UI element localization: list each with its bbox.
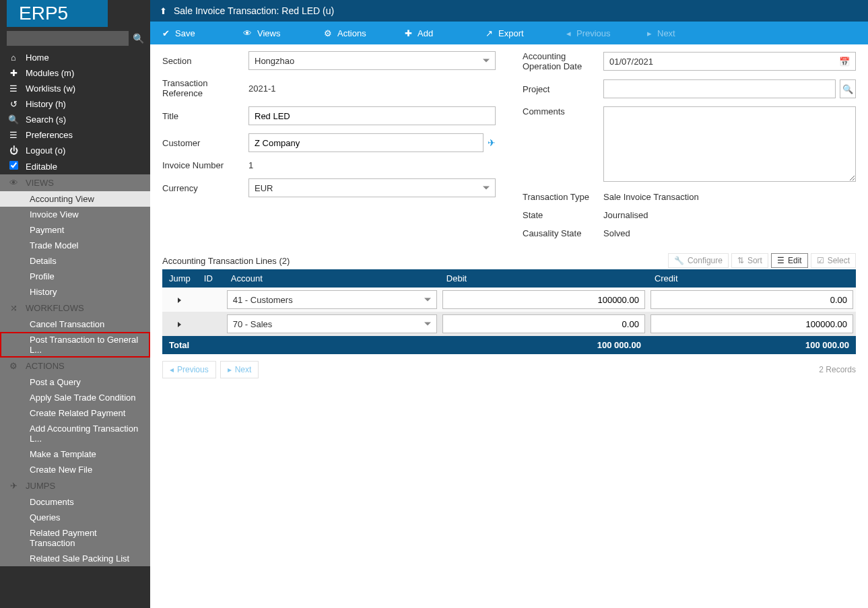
- action-create-file[interactable]: Create New File: [0, 462, 150, 477]
- edit-button[interactable]: ☰Edit: [771, 253, 808, 268]
- nav-home[interactable]: ⌂Home: [0, 50, 150, 65]
- debit-input[interactable]: [442, 290, 645, 309]
- currency-select[interactable]: EUR: [248, 178, 496, 197]
- logo: ERP5: [7, 0, 108, 27]
- total-label: Total: [162, 336, 440, 354]
- up-icon[interactable]: ⬆: [160, 6, 167, 16]
- sidebar: ERP5 🔍 ⌂Home ✚Modules (m) ☰Worklists (w)…: [0, 0, 150, 608]
- nav-editable[interactable]: Editable: [0, 158, 150, 174]
- nav-modules-label: Modules (m): [26, 68, 74, 78]
- account-select[interactable]: 70 - Sales: [227, 314, 437, 333]
- account-select[interactable]: 41 - Customers: [227, 290, 437, 309]
- action-create-payment[interactable]: Create Related Payment: [0, 405, 150, 421]
- col-credit: Credit: [648, 269, 856, 288]
- nav-worklists-label: Worklists (w): [26, 83, 75, 94]
- credit-input[interactable]: [650, 290, 853, 309]
- view-history[interactable]: History: [0, 284, 150, 300]
- view-details[interactable]: Details: [0, 253, 150, 269]
- txref-value: 2021-1: [248, 83, 275, 94]
- toolbar: ✔Save 👁Views ⚙Actions ✚Add ↗Export ◂Prev…: [150, 22, 868, 44]
- col-id: ID: [197, 269, 224, 288]
- table-row: 70 - Sales: [162, 312, 856, 336]
- nav-worklists[interactable]: ☰Worklists (w): [0, 81, 150, 96]
- actions-button[interactable]: ⚙Actions: [312, 22, 393, 44]
- check-icon: ☑: [817, 256, 824, 265]
- cogs-icon: ⚙: [324, 28, 332, 38]
- editable-checkbox[interactable]: [9, 161, 18, 170]
- total-row: Total 100 000.00 100 000.00: [162, 336, 856, 354]
- search-button[interactable]: 🔍: [133, 33, 144, 44]
- puzzle-icon: ✚: [8, 68, 19, 78]
- search-input[interactable]: [7, 31, 129, 46]
- project-input[interactable]: [603, 79, 836, 98]
- comments-label: Comments: [523, 106, 603, 116]
- eye-icon: 👁: [8, 178, 19, 188]
- chevron-left-icon: ◂: [566, 28, 571, 38]
- jump-queries[interactable]: Queries: [0, 510, 150, 525]
- credit-input[interactable]: [650, 314, 853, 333]
- list-icon: ☰: [777, 256, 784, 265]
- jump-related-payment[interactable]: Related Payment Transaction: [0, 525, 150, 551]
- export-icon: ↗: [486, 28, 493, 38]
- nav-logout[interactable]: ⏻Logout (o): [0, 143, 150, 158]
- eye-icon: 👁: [243, 28, 252, 38]
- views-button[interactable]: 👁Views: [231, 22, 312, 44]
- transaction-lines-table: Jump ID Account Debit Credit 41 - Custom…: [162, 269, 856, 354]
- table-row: 41 - Customers: [162, 288, 856, 312]
- nav-search[interactable]: 🔍Search (s): [0, 112, 150, 127]
- row-jump-icon[interactable]: [178, 322, 181, 327]
- project-search-button[interactable]: 🔍: [840, 79, 856, 98]
- customer-label: Customer: [162, 138, 248, 148]
- opdate-input[interactable]: 01/07/2021📅: [603, 52, 856, 71]
- view-payment[interactable]: Payment: [0, 222, 150, 238]
- comments-input[interactable]: [603, 106, 856, 182]
- shuffle-icon: ⤮: [8, 303, 19, 313]
- export-button[interactable]: ↗Export: [473, 22, 554, 44]
- workflow-post-gl[interactable]: Post Transaction to General L...: [0, 332, 150, 358]
- txtype-value: Sale Invoice Transaction: [603, 192, 699, 202]
- nav-modules[interactable]: ✚Modules (m): [0, 65, 150, 81]
- pager-next[interactable]: ▸Next: [220, 361, 259, 378]
- nav-history[interactable]: ↺History (h): [0, 96, 150, 112]
- nav-preferences[interactable]: ☰Preferences: [0, 127, 150, 143]
- causality-value: Solved: [603, 228, 630, 238]
- action-apply-condition[interactable]: Apply Sale Trade Condition: [0, 390, 150, 405]
- view-trade-model[interactable]: Trade Model: [0, 238, 150, 253]
- search-icon: 🔍: [133, 33, 144, 44]
- section-select[interactable]: Hongzhao: [248, 51, 496, 70]
- caret-down-icon: [483, 59, 490, 63]
- add-button[interactable]: ✚Add: [393, 22, 473, 44]
- views-header: 👁VIEWS: [0, 174, 150, 191]
- save-button[interactable]: ✔Save: [150, 22, 231, 44]
- col-jump: Jump: [162, 269, 197, 288]
- action-post-query[interactable]: Post a Query: [0, 374, 150, 390]
- debit-input[interactable]: [442, 314, 645, 333]
- nav-search-label: Search (s): [26, 114, 66, 125]
- row-jump-icon[interactable]: [178, 298, 181, 303]
- form: Section Hongzhao Transaction Reference 2…: [150, 44, 868, 253]
- jump-documents[interactable]: Documents: [0, 494, 150, 510]
- customer-input[interactable]: [248, 133, 483, 152]
- jump-related-packing[interactable]: Related Sale Packing List: [0, 551, 150, 566]
- caret-down-icon: [424, 323, 431, 326]
- view-accounting[interactable]: Accounting View: [0, 191, 150, 207]
- next-button: ▸Next: [635, 22, 716, 44]
- chevron-left-icon: ◂: [170, 365, 174, 374]
- caret-down-icon: [424, 298, 431, 302]
- title-input[interactable]: [248, 106, 496, 125]
- view-invoice[interactable]: Invoice View: [0, 207, 150, 222]
- col-debit: Debit: [440, 269, 648, 288]
- jump-icon[interactable]: ✈: [488, 137, 496, 148]
- view-profile[interactable]: Profile: [0, 269, 150, 284]
- workflow-cancel[interactable]: Cancel Transaction: [0, 316, 150, 332]
- causality-label: Causality State: [523, 228, 603, 238]
- sort-button: ⇅Sort: [731, 253, 768, 268]
- nav-logout-label: Logout (o): [26, 145, 65, 156]
- workflows-header: ⤮WORKFLOWS: [0, 300, 150, 316]
- action-make-template[interactable]: Make a Template: [0, 446, 150, 462]
- total-debit: 100 000.00: [440, 336, 648, 354]
- nav-home-label: Home: [26, 53, 49, 63]
- action-add-line[interactable]: Add Accounting Transaction L...: [0, 421, 150, 446]
- chevron-right-icon: ▸: [647, 28, 652, 38]
- pager-previous[interactable]: ◂Previous: [162, 361, 216, 378]
